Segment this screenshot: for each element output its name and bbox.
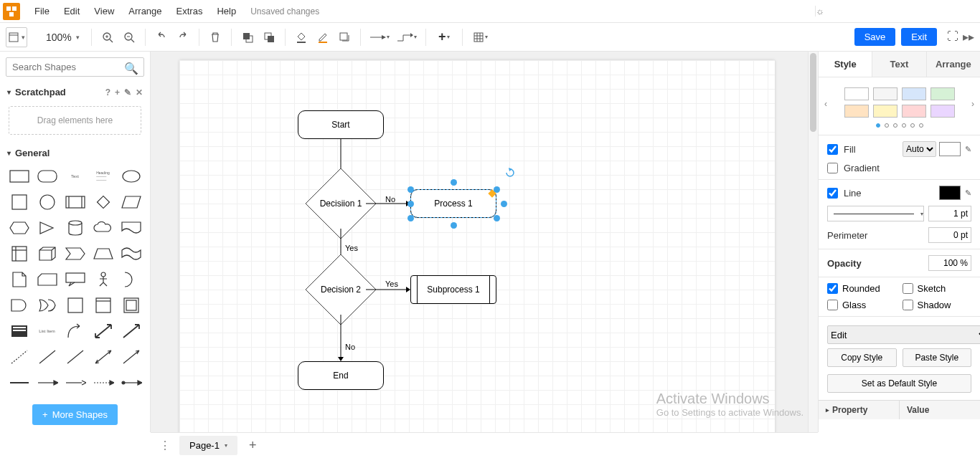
page-tab-1[interactable]: Page-1▾ <box>179 436 237 455</box>
shape-bidir-thin[interactable] <box>91 348 115 366</box>
set-default-style-button[interactable]: Set as Default Style <box>827 374 971 393</box>
shape-dashed-line[interactable] <box>7 348 31 366</box>
fill-mode-select[interactable]: Auto <box>903 141 936 157</box>
shape-rectangle[interactable] <box>7 167 31 186</box>
swatch-prev-icon[interactable]: ‹ <box>824 99 827 109</box>
shape-hexagon[interactable] <box>7 219 31 237</box>
canvas-area[interactable]: Start Decisiion 1 No Process 1 <box>151 52 818 432</box>
fill-color-picker[interactable] <box>939 142 961 156</box>
zoom-dropdown[interactable]: 100%▾ <box>40 29 85 46</box>
collapse-panel-icon[interactable]: ▸▸ <box>963 30 974 44</box>
copy-style-button[interactable]: Copy Style <box>827 348 897 367</box>
general-header[interactable]: ▾ General <box>0 143 150 163</box>
insert-icon[interactable]: +▾ <box>432 27 456 47</box>
shape-textbox[interactable]: Heading──────── <box>91 167 115 186</box>
undo-icon[interactable] <box>151 27 171 47</box>
shape-text[interactable]: Text <box>63 167 87 186</box>
app-logo[interactable] <box>3 3 20 20</box>
shape-curve[interactable] <box>119 270 143 289</box>
fill-color-icon[interactable] <box>291 27 311 47</box>
shape-frame[interactable] <box>119 296 143 315</box>
line-color-picker[interactable] <box>939 186 961 200</box>
shape-connector-1[interactable] <box>7 373 31 392</box>
shadow-icon[interactable] <box>334 27 354 47</box>
rounded-checkbox[interactable] <box>827 283 838 294</box>
shape-arrow-thin[interactable] <box>119 348 143 366</box>
shape-actor[interactable] <box>91 270 115 289</box>
tab-text[interactable]: Text <box>872 52 926 77</box>
shape-document[interactable] <box>119 219 143 237</box>
shape-ellipse[interactable] <box>119 167 143 186</box>
delete-icon[interactable] <box>205 27 225 47</box>
line-color-icon[interactable] <box>313 27 333 47</box>
paste-style-button[interactable]: Paste Style <box>903 348 972 367</box>
gradient-checkbox[interactable] <box>827 163 838 173</box>
menu-edit[interactable]: Edit <box>57 1 87 21</box>
shape-connector-2[interactable] <box>35 373 59 392</box>
shape-step[interactable] <box>63 244 87 263</box>
to-back-icon[interactable] <box>259 27 279 47</box>
shape-curved-arrow[interactable] <box>63 322 87 340</box>
line-width-input[interactable] <box>928 206 971 221</box>
shape-list-item[interactable]: List Item <box>35 322 59 340</box>
zoom-in-icon[interactable] <box>98 27 118 47</box>
table-icon[interactable]: ▾ <box>468 27 493 47</box>
search-icon[interactable]: 🔍 <box>124 62 138 75</box>
opacity-input[interactable] <box>928 255 971 271</box>
shape-or[interactable] <box>35 296 59 315</box>
fill-checkbox[interactable] <box>827 144 838 155</box>
tab-arrange[interactable]: Arrange <box>927 52 980 77</box>
glass-checkbox[interactable] <box>827 300 838 310</box>
canvas-scrollbar[interactable] <box>808 52 818 432</box>
property-column-header[interactable]: ▸Property <box>819 401 900 419</box>
add-page-button[interactable]: + <box>243 435 263 456</box>
scratchpad-header[interactable]: ▾ Scratchpad ? + ✎ ✕ <box>0 82 150 102</box>
shape-rounded-rect[interactable] <box>35 167 59 186</box>
menu-help[interactable]: Help <box>209 1 243 21</box>
shape-connector-5[interactable] <box>119 373 143 392</box>
to-front-icon[interactable] <box>237 27 258 47</box>
swatch[interactable] <box>902 87 926 100</box>
shape-connector-3[interactable] <box>63 373 87 392</box>
swatch[interactable] <box>873 105 897 118</box>
line-style-select[interactable]: ▾ <box>827 206 924 221</box>
theme-icon[interactable]: ☼ <box>815 6 977 16</box>
redo-icon[interactable] <box>173 27 193 47</box>
perimeter-input[interactable] <box>928 227 971 243</box>
line-checkbox[interactable] <box>827 188 838 199</box>
shape-line-1[interactable] <box>35 348 59 366</box>
shadow-checkbox[interactable] <box>903 300 913 310</box>
shape-card[interactable] <box>35 270 59 289</box>
swatch[interactable] <box>873 87 897 100</box>
node-subprocess-1[interactable]: Subprocess 1 <box>410 275 496 304</box>
shape-circle[interactable] <box>35 193 59 211</box>
menu-extras[interactable]: Extras <box>169 1 210 21</box>
tab-style[interactable]: Style <box>819 52 872 77</box>
menu-arrange[interactable]: Arrange <box>121 1 169 21</box>
node-start[interactable]: Start <box>298 110 384 139</box>
shape-square[interactable] <box>7 193 31 211</box>
node-end[interactable]: End <box>298 361 384 390</box>
menu-file[interactable]: File <box>27 1 57 21</box>
zoom-out-icon[interactable] <box>119 27 139 47</box>
swatch[interactable] <box>844 105 869 118</box>
shape-triangle[interactable] <box>35 219 59 237</box>
menu-view[interactable]: View <box>87 1 121 21</box>
shape-note[interactable] <box>7 270 31 289</box>
swatch[interactable] <box>930 105 955 118</box>
rotate-handle-icon[interactable] <box>505 168 515 178</box>
edit-style-select[interactable]: Edit <box>827 325 980 344</box>
shape-list[interactable] <box>7 322 31 340</box>
shape-callout[interactable] <box>63 270 87 289</box>
shape-data-store[interactable] <box>63 296 87 315</box>
swatch[interactable] <box>902 105 926 118</box>
connection-icon[interactable]: ▾ <box>367 27 392 47</box>
node-process-1[interactable]: Process 1 <box>410 189 496 218</box>
save-button[interactable]: Save <box>854 28 896 46</box>
shape-internal-storage[interactable] <box>7 244 31 263</box>
shape-trapezoid[interactable] <box>91 244 115 263</box>
shape-cylinder[interactable] <box>63 219 87 237</box>
shape-connector-4[interactable] <box>91 373 115 392</box>
diagram-page[interactable]: Start Decisiion 1 No Process 1 <box>179 60 775 432</box>
swatch-next-icon[interactable]: › <box>971 99 974 109</box>
